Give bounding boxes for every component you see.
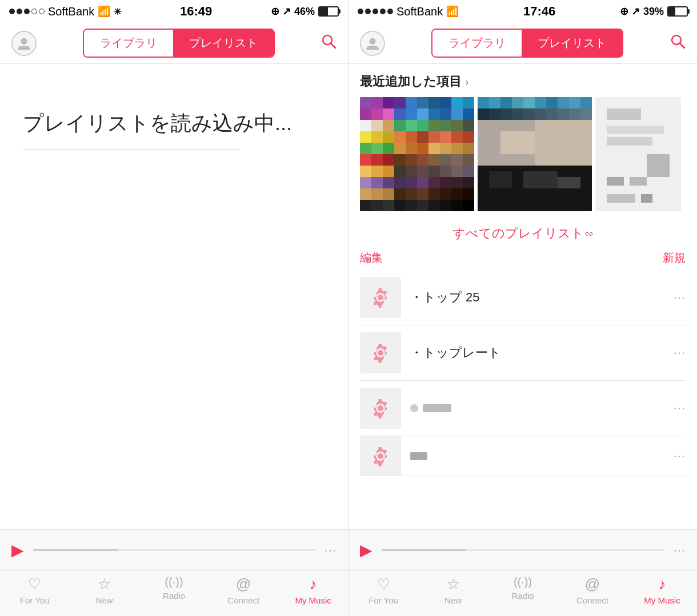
status-right-right: ⊕ ↗ 39% bbox=[620, 5, 688, 18]
edit-button[interactable]: 編集 bbox=[360, 250, 383, 265]
tab-for-you-left[interactable]: ♡ For You bbox=[0, 575, 70, 605]
profile-button-left[interactable] bbox=[11, 31, 37, 56]
more-button-3[interactable]: ··· bbox=[674, 401, 686, 416]
battery-fill-right bbox=[668, 7, 675, 15]
more-button-4[interactable]: ··· bbox=[674, 449, 686, 464]
svg-rect-38 bbox=[371, 131, 383, 143]
battery-text-right: 39% bbox=[643, 6, 664, 18]
search-button-right[interactable] bbox=[670, 33, 686, 53]
play-button-right[interactable]: ▶ bbox=[360, 541, 372, 559]
svg-rect-136 bbox=[607, 108, 641, 120]
tab-label-new-left: New bbox=[96, 595, 113, 605]
playlist-name-2: ・トップレート bbox=[410, 344, 664, 361]
svg-rect-52 bbox=[417, 143, 428, 154]
play-button-left[interactable]: ▶ bbox=[11, 541, 24, 559]
recently-added-header[interactable]: 最近追加した項目 › bbox=[360, 73, 686, 90]
library-tab-right[interactable]: ライブラリ bbox=[432, 30, 522, 57]
mini-player-left: ▶ ··· bbox=[0, 529, 348, 570]
album-art-1[interactable] bbox=[360, 97, 474, 211]
svg-rect-88 bbox=[371, 188, 383, 200]
svg-rect-104 bbox=[440, 200, 451, 211]
signal-dot-5 bbox=[39, 9, 45, 14]
more-button-2[interactable]: ··· bbox=[674, 345, 686, 360]
playlist-item-3[interactable]: ··· bbox=[360, 381, 686, 436]
svg-rect-8 bbox=[371, 97, 383, 108]
svg-rect-36 bbox=[463, 120, 474, 131]
svg-rect-63 bbox=[428, 154, 440, 166]
playlist-item-2[interactable]: ・トップレート ··· bbox=[360, 325, 686, 381]
profile-button-right[interactable] bbox=[360, 31, 385, 56]
library-tab-left[interactable]: ライブラリ bbox=[84, 30, 173, 57]
search-button-left[interactable] bbox=[321, 33, 337, 53]
svg-rect-115 bbox=[558, 97, 569, 108]
svg-rect-116 bbox=[569, 97, 580, 108]
tab-radio-right[interactable]: ((·)) Radio bbox=[488, 575, 558, 601]
svg-rect-9 bbox=[383, 97, 394, 108]
svg-rect-96 bbox=[463, 188, 474, 200]
more-button-1[interactable]: ··· bbox=[674, 290, 686, 305]
tab-new-left[interactable]: ☆ New bbox=[70, 575, 139, 605]
signal-dot-3 bbox=[24, 9, 30, 14]
tab-connect-left[interactable]: @ Connect bbox=[209, 575, 278, 605]
tab-my-music-right[interactable]: ♪ My Music bbox=[627, 575, 697, 605]
playlist-tab-right[interactable]: プレイリスト bbox=[522, 30, 622, 57]
more-button-right[interactable]: ··· bbox=[674, 543, 686, 558]
svg-rect-26 bbox=[463, 108, 474, 120]
tab-my-music-left[interactable]: ♪ My Music bbox=[278, 575, 348, 605]
music-icon-left: ♪ bbox=[310, 575, 317, 593]
tab-label-radio-left: Radio bbox=[163, 591, 185, 601]
svg-rect-139 bbox=[647, 154, 670, 177]
svg-rect-69 bbox=[383, 166, 394, 177]
svg-rect-71 bbox=[406, 166, 417, 177]
svg-rect-125 bbox=[558, 108, 569, 120]
tab-for-you-right[interactable]: ♡ For You bbox=[348, 575, 418, 605]
svg-rect-137 bbox=[607, 126, 664, 134]
segment-control-left: ライブラリ プレイリスト bbox=[83, 29, 275, 58]
svg-rect-13 bbox=[428, 97, 440, 108]
svg-rect-111 bbox=[512, 97, 523, 108]
signal-dot-1 bbox=[9, 9, 15, 14]
star-icon-right: ☆ bbox=[447, 575, 460, 593]
svg-rect-55 bbox=[451, 143, 463, 154]
svg-rect-102 bbox=[417, 200, 428, 211]
playlist-item-1[interactable]: ・トップ 25 ··· bbox=[360, 270, 686, 325]
new-button[interactable]: 新規 bbox=[663, 250, 686, 265]
album-art-2[interactable] bbox=[478, 97, 592, 211]
svg-rect-76 bbox=[463, 166, 474, 177]
gear-icon-2 bbox=[369, 341, 392, 364]
album-art-3[interactable] bbox=[595, 97, 681, 211]
playlist-tab-left[interactable]: プレイリスト bbox=[173, 30, 274, 57]
svg-rect-81 bbox=[406, 177, 417, 188]
svg-rect-12 bbox=[417, 97, 428, 108]
svg-rect-132 bbox=[489, 171, 512, 188]
svg-rect-18 bbox=[371, 108, 383, 120]
svg-rect-101 bbox=[406, 200, 417, 211]
more-button-left[interactable]: ··· bbox=[325, 543, 337, 558]
svg-rect-20 bbox=[394, 108, 406, 120]
svg-rect-32 bbox=[417, 120, 428, 131]
svg-rect-37 bbox=[360, 131, 371, 143]
svg-rect-40 bbox=[394, 131, 406, 143]
signal-dot-r2 bbox=[365, 9, 371, 14]
svg-rect-21 bbox=[406, 108, 417, 120]
svg-rect-86 bbox=[463, 177, 474, 188]
svg-rect-31 bbox=[406, 120, 417, 131]
svg-rect-57 bbox=[360, 154, 371, 166]
tab-label-radio-right: Radio bbox=[511, 591, 534, 601]
svg-rect-85 bbox=[451, 177, 463, 188]
status-bar-left: SoftBank 📶 ✳ 16:49 ⊕ ↗ 46% bbox=[0, 0, 348, 23]
tab-radio-left[interactable]: ((·)) Radio bbox=[139, 575, 209, 601]
time-right: 17:46 bbox=[523, 4, 555, 19]
blur-rect-4 bbox=[410, 452, 427, 460]
svg-rect-113 bbox=[535, 97, 546, 108]
tab-connect-right[interactable]: @ Connect bbox=[558, 575, 627, 605]
status-left: SoftBank 📶 ✳ bbox=[9, 5, 121, 18]
playlist-thumb-1 bbox=[360, 277, 401, 318]
battery-text-left: 46% bbox=[294, 6, 315, 18]
svg-rect-123 bbox=[535, 108, 546, 120]
playlist-item-4[interactable]: ··· bbox=[360, 436, 686, 476]
tab-new-right[interactable]: ☆ New bbox=[418, 575, 488, 605]
signal-dot-2 bbox=[17, 9, 22, 14]
svg-rect-83 bbox=[428, 177, 440, 188]
nav-bar-left: ライブラリ プレイリスト bbox=[0, 23, 348, 64]
